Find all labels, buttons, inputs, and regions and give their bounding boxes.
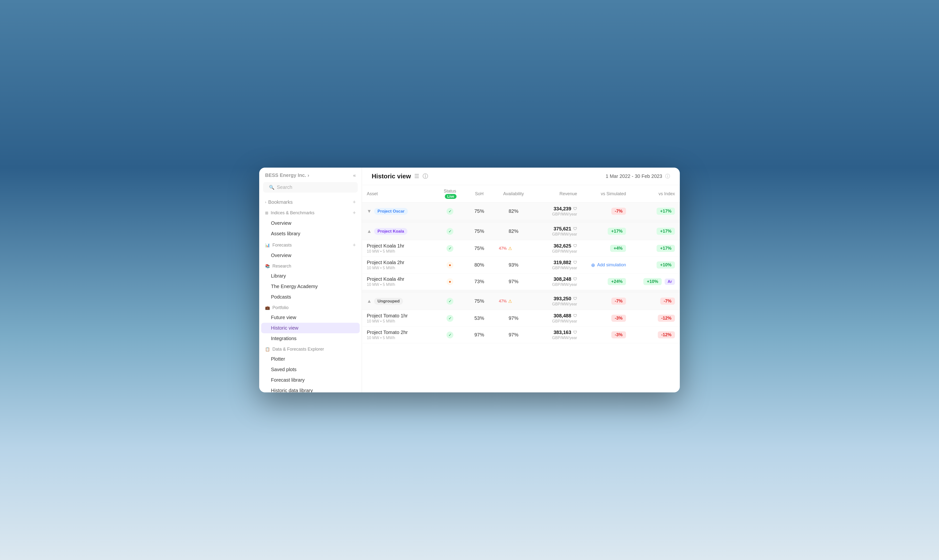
koala-revenue-value: 375,621 🛡 — [538, 226, 577, 232]
col-revenue: Revenue — [533, 185, 582, 203]
koala4hr-status-cell: ● — [435, 274, 465, 290]
forecasts-icon: 📊 — [265, 243, 270, 248]
search-bar[interactable]: 🔍 Search — [263, 182, 358, 192]
koala2hr-status-dot: ● — [447, 262, 453, 269]
section-data-header[interactable]: 📋 Data & Forecasts Explorer — [259, 345, 362, 354]
ungrouped-vs-index-badge: -7% — [660, 298, 675, 305]
koala4hr-shield-icon: 🛡 — [573, 277, 577, 282]
section-research-header[interactable]: 📚 Research — [259, 262, 362, 271]
group-koala-name-cell: ▲ Project Koala — [362, 223, 435, 240]
tomato1hr-avail-cell: 97% — [494, 310, 533, 327]
koala4hr-name-cell: Project Koala 4hr 10 MW • 5 MWh — [362, 274, 435, 290]
group-koala-expand[interactable]: ▲ Project Koala — [367, 228, 430, 235]
koala2hr-sub: 10 MW • 5 MWh — [367, 266, 430, 270]
tomato1hr-name: Project Tomato 1hr — [367, 313, 430, 318]
ungrouped-revenue-cell: 393,250 🛡 GBP/MW/year — [533, 292, 582, 310]
oscar-revenue-cell: 334,239 🛡 GBP/MW/year — [533, 203, 582, 220]
sidebar-item-saved-plots[interactable]: Saved plots — [261, 364, 360, 375]
table-row: ▲ Project Koala ✓ 75% 82% — [362, 223, 680, 240]
col-status: Status Live — [435, 185, 465, 203]
live-badge: Live — [445, 194, 456, 199]
search-label: Search — [277, 185, 292, 190]
table-row: Project Tomato 2hr 10 MW • 5 MWh ✓ 97% 9… — [362, 327, 680, 343]
section-data: 📋 Data & Forecasts Explorer Plotter Save… — [259, 345, 362, 392]
tomato1hr-shield-icon: 🛡 — [573, 314, 577, 318]
section-indices-add[interactable]: + — [353, 210, 356, 216]
section-indices: ⊞ Indices & Benchmarks + Overview Assets… — [259, 208, 362, 239]
spacer-row — [362, 220, 680, 223]
sidebar-collapse-button[interactable]: « — [353, 172, 356, 178]
main-header: Historic view ☰ ⓘ 1 Mar 2022 - 30 Feb 20… — [362, 168, 680, 185]
ungrouped-soh-cell: 75% — [465, 292, 494, 310]
tomato2hr-revenue-cell: 383,163 🛡 GBP/MW/year — [533, 327, 582, 343]
table-row: Project Koala 1hr 10 MW • 5 MWh ✓ 75% 47… — [362, 240, 680, 257]
koala4hr-avail-value: 97% — [509, 279, 518, 284]
section-data-text: Data & Forecasts Explorer — [272, 347, 324, 352]
oscar-status-dot: ✓ — [447, 208, 453, 215]
tomato1hr-soh-cell: 53% — [465, 310, 494, 327]
group-oscar-expand[interactable]: ▼ Project Oscar — [367, 208, 430, 215]
tomato2hr-avail-value: 97% — [509, 332, 518, 337]
tomato1hr-vs-index-badge: -12% — [658, 315, 675, 322]
sidebar-item-historic-view[interactable]: Historic view — [261, 323, 360, 333]
koala4hr-soh-value: 73% — [474, 279, 484, 284]
ungrouped-vs-sim-badge: -7% — [611, 298, 626, 305]
tomato1hr-status-dot: ✓ — [447, 315, 453, 322]
app-window: BESS Energy Inc. › « 🔍 Search › Bookmark… — [259, 168, 680, 392]
koala4hr-vs-index-badge: +10% — [643, 278, 662, 285]
koala-vs-index-badge: +17% — [657, 228, 675, 235]
sidebar-item-integrations[interactable]: Integrations — [261, 333, 360, 344]
bookmarks-add-icon[interactable]: + — [353, 199, 356, 205]
section-indices-header[interactable]: ⊞ Indices & Benchmarks + — [259, 208, 362, 218]
section-research: 📚 Research Library The Energy Academy Po… — [259, 262, 362, 302]
sidebar-item-assets-library[interactable]: Assets library — [261, 228, 360, 239]
section-portfolio-header[interactable]: 💼 Portfolio — [259, 303, 362, 312]
group-ungrouped-name-cell: ▲ Ungrouped — [362, 292, 435, 310]
tomato1hr-revenue-unit: GBP/MW/year — [538, 319, 577, 323]
section-portfolio: 💼 Portfolio Future view Historic view In… — [259, 303, 362, 344]
data-icon: 📋 — [265, 347, 270, 352]
calendar-icon[interactable]: ⓘ — [665, 173, 670, 180]
tomato2hr-name: Project Tomato 2hr — [367, 329, 430, 335]
koala4hr-revenue-cell: 308,248 🛡 GBP/MW/year — [533, 274, 582, 290]
col-soh: SoH — [465, 185, 494, 203]
koala2hr-vs-index-cell: +10% — [631, 257, 680, 274]
ungrouped-tag: Ungrouped — [374, 298, 403, 305]
add-simulation-button[interactable]: ⊕ Add simulation — [587, 262, 626, 268]
koala2hr-avail-value: 93% — [509, 262, 518, 268]
settings-icon[interactable]: ☰ — [414, 173, 419, 180]
koala-status-cell: ✓ — [435, 223, 465, 240]
sidebar-item-bookmarks[interactable]: › Bookmarks + — [259, 197, 362, 208]
sidebar-item-plotter[interactable]: Plotter — [261, 354, 360, 364]
koala1hr-vs-index-badge: +17% — [657, 245, 675, 252]
more-button[interactable]: Ar — [665, 278, 675, 285]
sidebar-item-energy-academy[interactable]: The Energy Academy — [261, 281, 360, 292]
sidebar-item-indices-overview[interactable]: Overview — [261, 218, 360, 228]
sidebar-item-forecasts-overview[interactable]: Overview — [261, 250, 360, 261]
group-ungrouped-expand[interactable]: ▲ Ungrouped — [367, 298, 430, 305]
koala4hr-vs-index-cell: +10% Ar — [631, 274, 680, 290]
koala4hr-name: Project Koala 4hr — [367, 276, 430, 282]
section-forecasts-header[interactable]: 📊 Forecasts + — [259, 240, 362, 250]
sidebar-brand[interactable]: BESS Energy Inc. › — [265, 172, 309, 178]
koala-chevron-icon: ▲ — [367, 228, 372, 234]
sidebar-item-podcasts[interactable]: Podcasts — [261, 292, 360, 302]
ungrouped-vs-index-cell: -7% — [631, 292, 680, 310]
sidebar-item-library[interactable]: Library — [261, 271, 360, 281]
sidebar-item-historic-data-library[interactable]: Historic data library — [261, 385, 360, 392]
info-icon[interactable]: ⓘ — [422, 173, 428, 180]
ungrouped-shield-icon: 🛡 — [573, 297, 577, 301]
koala1hr-name: Project Koala 1hr — [367, 243, 430, 249]
tomato2hr-soh-value: 97% — [474, 332, 484, 337]
tomato1hr-avail-value: 97% — [509, 315, 518, 321]
koala1hr-avail-value: 47% ⚠ — [499, 246, 528, 251]
spacer-row — [362, 290, 680, 292]
ungrouped-status-dot: ✓ — [447, 298, 453, 305]
koala-soh-cell: 75% — [465, 223, 494, 240]
sidebar-item-forecast-library[interactable]: Forecast library — [261, 375, 360, 385]
koala2hr-revenue-unit: GBP/MW/year — [538, 266, 577, 270]
assets-table: Asset Status Live SoH Availability Reven… — [362, 185, 680, 343]
tomato2hr-revenue-unit: GBP/MW/year — [538, 336, 577, 340]
section-forecasts-add[interactable]: + — [353, 242, 356, 248]
sidebar-item-future-view[interactable]: Future view — [261, 312, 360, 323]
